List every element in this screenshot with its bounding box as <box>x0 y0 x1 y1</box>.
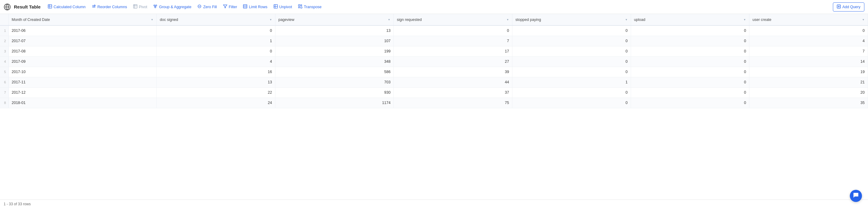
cell-doc-signed: 0 <box>157 46 275 56</box>
transpose-button[interactable]: Transpose <box>296 3 324 11</box>
svg-rect-27 <box>301 7 302 8</box>
col-header-month[interactable]: Month of Created Date ▾ <box>8 14 157 25</box>
col-header-pageview[interactable]: pageview ▾ <box>275 14 394 25</box>
filter-button[interactable]: Filter <box>221 3 240 11</box>
col-dropdown-month[interactable]: ▾ <box>151 17 153 22</box>
cell-sign-requested: 17 <box>394 46 513 56</box>
result-table: Month of Created Date ▾ doc signed ▾ <box>0 14 868 108</box>
cell-stopped-paying: 0 <box>512 46 631 56</box>
table-row: 1 2017-06 0130000 <box>0 25 868 36</box>
table-row: 6 2017-11 13703441021 <box>0 77 868 87</box>
col-label-month: Month of Created Date <box>12 18 50 22</box>
limit-rows-icon <box>243 4 247 9</box>
cell-user-create: 7 <box>749 46 868 56</box>
pivot-button[interactable]: Pivot <box>131 3 150 11</box>
cell-sign-requested: 7 <box>394 36 513 46</box>
col-header-user-create[interactable]: user create ▾ <box>749 14 868 25</box>
cell-sign-requested: 0 <box>394 25 513 36</box>
cell-upload: 0 <box>631 67 749 77</box>
row-number-header <box>0 14 8 25</box>
cell-month: 2018-01 <box>8 98 157 108</box>
cell-pageview: 199 <box>275 46 394 56</box>
calculated-column-button[interactable]: + Calculated Column <box>45 3 88 11</box>
svg-rect-20 <box>243 4 247 8</box>
cell-upload: 0 <box>631 46 749 56</box>
transpose-label: Transpose <box>304 5 322 9</box>
zero-fill-button[interactable]: Zero Fill <box>195 3 219 11</box>
svg-point-13 <box>156 5 157 6</box>
row-number: 6 <box>0 77 8 87</box>
toolbar: Result Table + Calculated Column Reorder… <box>0 0 868 14</box>
col-label-pageview: pageview <box>278 18 294 22</box>
table-row: 5 2017-10 16586390019 <box>0 67 868 77</box>
col-dropdown-user-create[interactable]: ▾ <box>862 17 865 22</box>
svg-point-12 <box>154 5 155 6</box>
table-row: 4 2017-09 4348270014 <box>0 56 868 67</box>
group-aggregate-button[interactable]: Group & Aggregate <box>151 3 194 11</box>
reorder-columns-button[interactable]: Reorder Columns <box>89 3 129 11</box>
add-query-button[interactable]: Add Query <box>833 2 864 11</box>
cell-upload: 0 <box>631 98 749 108</box>
cell-month: 2017-08 <box>8 46 157 56</box>
cell-pageview: 703 <box>275 77 394 87</box>
svg-line-15 <box>154 6 155 7</box>
page-title: Result Table <box>14 4 40 9</box>
cell-pageview: 930 <box>275 87 394 98</box>
cell-month: 2017-09 <box>8 56 157 67</box>
cell-pageview: 348 <box>275 56 394 67</box>
cell-user-create: 20 <box>749 87 868 98</box>
row-number: 1 <box>0 25 8 36</box>
transpose-icon <box>298 4 302 9</box>
cell-stopped-paying: 0 <box>512 87 631 98</box>
col-dropdown-sign-requested[interactable]: ▾ <box>506 17 509 22</box>
calculated-column-icon: + <box>48 4 52 9</box>
limit-rows-button[interactable]: Limit Rows <box>241 3 270 11</box>
cell-user-create: 4 <box>749 36 868 46</box>
table-row: 7 2017-12 22930370020 <box>0 87 868 98</box>
col-header-upload[interactable]: upload ▾ <box>631 14 749 25</box>
cell-pageview: 1174 <box>275 98 394 108</box>
unpivot-icon <box>274 4 278 9</box>
cell-upload: 0 <box>631 25 749 36</box>
cell-user-create: 14 <box>749 56 868 67</box>
add-query-icon <box>837 4 841 9</box>
cell-doc-signed: 22 <box>157 87 275 98</box>
cell-month: 2017-12 <box>8 87 157 98</box>
col-label-doc-signed: doc signed <box>160 18 178 22</box>
cell-upload: 0 <box>631 36 749 46</box>
row-number: 8 <box>0 98 8 108</box>
row-number: 7 <box>0 87 8 98</box>
pivot-label: Pivot <box>139 5 147 9</box>
col-dropdown-upload[interactable]: ▾ <box>743 17 746 22</box>
cell-sign-requested: 75 <box>394 98 513 108</box>
col-label-user-create: user create <box>752 18 771 22</box>
cell-stopped-paying: 0 <box>512 56 631 67</box>
app-logo <box>4 3 11 10</box>
cell-user-create: 21 <box>749 77 868 87</box>
table-row: 8 2018-01 241174750035 <box>0 98 868 108</box>
row-number: 2 <box>0 36 8 46</box>
cell-stopped-paying: 0 <box>512 98 631 108</box>
col-header-stopped-paying[interactable]: stopped paying ▾ <box>512 14 631 25</box>
col-label-upload: upload <box>634 18 646 22</box>
unpivot-label: Unpivot <box>279 5 292 9</box>
chat-icon <box>853 192 859 200</box>
cell-stopped-paying: 0 <box>512 67 631 77</box>
row-count-label: 1 - 33 of 33 rows <box>4 202 31 206</box>
pivot-icon <box>133 4 137 9</box>
chat-bubble[interactable] <box>850 190 862 202</box>
table-row: 3 2017-08 019917007 <box>0 46 868 56</box>
svg-point-14 <box>155 7 156 8</box>
calculated-column-label: Calculated Column <box>54 5 86 9</box>
reorder-columns-label: Reorder Columns <box>97 5 127 9</box>
col-dropdown-doc-signed[interactable]: ▾ <box>269 17 272 22</box>
cell-sign-requested: 27 <box>394 56 513 67</box>
col-header-doc-signed[interactable]: doc signed ▾ <box>157 14 275 25</box>
svg-rect-26 <box>299 4 300 6</box>
unpivot-button[interactable]: Unpivot <box>271 3 294 11</box>
col-dropdown-stopped-paying[interactable]: ▾ <box>625 17 628 22</box>
col-header-sign-requested[interactable]: sign requested ▾ <box>394 14 513 25</box>
cell-doc-signed: 13 <box>157 77 275 87</box>
cell-stopped-paying: 0 <box>512 25 631 36</box>
col-dropdown-pageview[interactable]: ▾ <box>388 17 391 22</box>
